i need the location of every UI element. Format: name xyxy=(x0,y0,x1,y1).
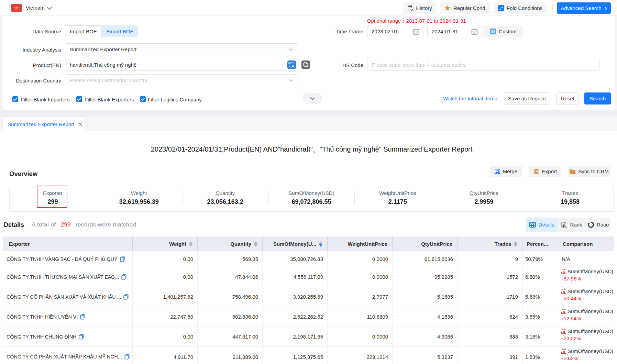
svg-text:A: A xyxy=(291,64,295,69)
